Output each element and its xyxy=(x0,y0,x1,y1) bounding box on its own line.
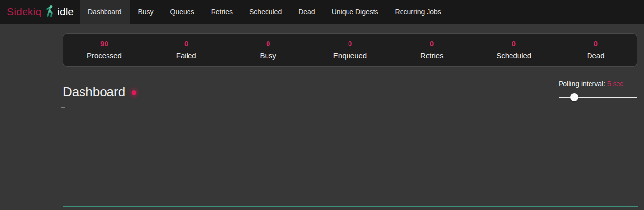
polling-interval-value: 5 sec xyxy=(607,80,623,88)
nav-item-dashboard[interactable]: Dashboard xyxy=(80,0,130,24)
realtime-chart xyxy=(63,108,638,210)
polling-interval-text: Polling interval: 5 sec xyxy=(559,80,637,88)
stat-processed: 90 Processed xyxy=(63,39,145,61)
stat-dead-value: 0 xyxy=(555,39,637,48)
stat-busy-value: 0 xyxy=(227,39,309,48)
polling-interval-slider[interactable] xyxy=(559,93,637,101)
nav-item-dead[interactable]: Dead xyxy=(290,0,323,24)
stat-scheduled-label: Scheduled xyxy=(473,51,555,61)
nav-menu: Dashboard Busy Queues Retries Scheduled … xyxy=(80,0,450,24)
nav-item-scheduled[interactable]: Scheduled xyxy=(241,0,290,24)
chart-flatline-series xyxy=(63,206,638,207)
stat-dead-label: Dead xyxy=(555,51,637,61)
chart-x-axis xyxy=(63,205,637,205)
nav-item-busy[interactable]: Busy xyxy=(130,0,161,24)
stat-enqueued-value: 0 xyxy=(309,39,391,48)
top-navbar: Sidekiq idle Dashboard xyxy=(0,0,644,24)
page-title: Dashboard xyxy=(63,84,136,100)
nav-item-recurring-jobs[interactable]: Recurring Jobs xyxy=(387,0,450,24)
status-text: idle xyxy=(57,6,74,18)
live-beacon-dot xyxy=(132,90,136,95)
stat-dead: 0 Dead xyxy=(555,39,637,61)
stat-processed-value: 90 xyxy=(63,39,145,48)
stats-summary-bar: 90 Processed 0 Failed 0 Busy 0 Enqueued … xyxy=(63,33,637,67)
stat-enqueued-label: Enqueued xyxy=(309,51,391,61)
brand-title: Sidekiq xyxy=(7,6,41,18)
nav-item-retries[interactable]: Retries xyxy=(203,0,241,24)
stat-failed: 0 Failed xyxy=(145,39,227,61)
stat-retries-value: 0 xyxy=(391,39,473,48)
stat-failed-value: 0 xyxy=(145,39,227,48)
polling-interval-control: Polling interval: 5 sec xyxy=(559,80,637,101)
stat-enqueued: 0 Enqueued xyxy=(309,39,391,61)
polling-interval-label: Polling interval: xyxy=(559,80,605,88)
chart-y-axis xyxy=(63,108,63,205)
stat-scheduled-value: 0 xyxy=(473,39,555,48)
sidekiq-brand-link[interactable]: Sidekiq idle xyxy=(0,0,80,24)
stat-scheduled: 0 Scheduled xyxy=(473,39,555,61)
polling-slider-thumb[interactable] xyxy=(570,93,578,101)
stat-retries: 0 Retries xyxy=(391,39,473,61)
sidekiq-dancer-icon xyxy=(45,5,54,18)
page-title-text: Dashboard xyxy=(63,84,125,100)
chart-y-axis-tick xyxy=(61,107,65,108)
stat-busy: 0 Busy xyxy=(227,39,309,61)
stat-processed-label: Processed xyxy=(63,51,145,61)
stat-failed-label: Failed xyxy=(145,51,227,61)
stat-busy-label: Busy xyxy=(227,51,309,61)
nav-item-unique-digests[interactable]: Unique Digests xyxy=(323,0,387,24)
stat-retries-label: Retries xyxy=(391,51,473,61)
nav-item-queues[interactable]: Queues xyxy=(162,0,203,24)
